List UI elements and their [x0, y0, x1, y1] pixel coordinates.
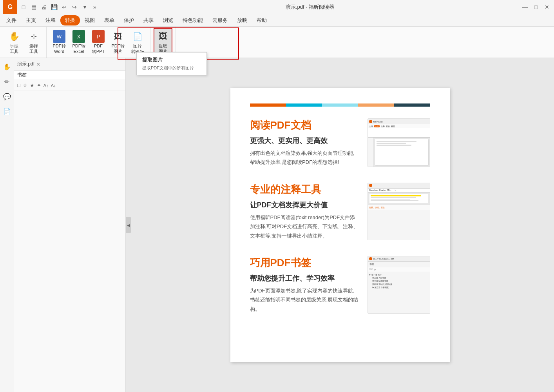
- pdf-to-ppt-label: PDF转PPT: [92, 44, 105, 54]
- pdf-section-3-image: 员工手册_20120917.pdf 书签 □□☆ ▼ 第一章 简介 第二章 入职…: [368, 256, 430, 314]
- hand-tool-button[interactable]: ✋ 手型工具: [5, 29, 24, 55]
- sidebar-comment-icon[interactable]: 💬: [2, 91, 13, 102]
- mini-menu-file: 文件: [369, 125, 373, 127]
- panel-tab-bar: 演示.pdf ✕: [14, 58, 125, 71]
- more-icon[interactable]: ▾: [81, 3, 89, 11]
- extra-icon[interactable]: »: [91, 3, 99, 11]
- pdf-to-image-label: PDF转图片: [112, 44, 125, 54]
- pdf-to-excel-button[interactable]: X PDF转Excel: [69, 29, 88, 55]
- mini-page-1: [375, 139, 428, 165]
- menu-file[interactable]: 文件: [2, 15, 21, 25]
- pdf-section-2-text: 专业的注释工具 让PDF文档发挥更大价值 使用福昕PDF阅读器(foxit re…: [250, 183, 360, 240]
- pdf-to-ppt-button[interactable]: P PDF转PPT: [89, 29, 108, 55]
- menu-view[interactable]: 视图: [80, 15, 100, 25]
- hand-icon: ✋: [8, 30, 20, 43]
- pdf-section-2-image: Datasheet_Reader_CN... ✕: [368, 183, 430, 240]
- panel-tab-filename: 演示.pdf ✕: [17, 61, 41, 67]
- pdf-to-word-icon: W: [53, 30, 65, 43]
- top-bar-seg-1: [250, 103, 286, 107]
- mini-titlebar-3: 员工手册_20120917.pdf: [368, 256, 430, 262]
- sidebar-hand-icon[interactable]: ✋: [2, 61, 13, 72]
- sidebar-edit-icon[interactable]: ✏: [2, 76, 13, 87]
- bookmark-tool-2[interactable]: ☆: [23, 82, 27, 88]
- ribbon-toolbar: ✋ 手型工具 ⊹ 选择工具 W PDF转Word X PDF转Excel P P…: [0, 27, 554, 58]
- hand-tool-label: 手型工具: [10, 44, 18, 54]
- panel-file-bar: 书签: [14, 71, 125, 80]
- menu-help[interactable]: 帮助: [252, 15, 272, 25]
- pdf-section-1: 阅读PDF文档 更强大、更实用、更高效 拥有出色的文档渲染效果,强大的页面管理功…: [250, 118, 430, 167]
- mini-ribbon-1: [368, 128, 430, 138]
- mini-body-1: [368, 138, 430, 167]
- menu-convert[interactable]: 转换: [60, 15, 80, 25]
- sidebar-page-icon[interactable]: 📄: [2, 106, 13, 117]
- panel-content: [14, 91, 125, 392]
- main-area: ✋ ✏ 💬 📄 演示.pdf ✕ 书签 □ ☆ ★ ✦ A↑ A↓ ◀: [0, 58, 554, 392]
- menu-browse[interactable]: 浏览: [158, 15, 178, 25]
- mini-titlebar-1: 福昕阅读器: [368, 119, 430, 124]
- new-icon[interactable]: □: [20, 3, 27, 11]
- pdf-section-3-body: 为PDF页面添加书签,除了实现内容的快速导航,书签还能指明不同书签的层级关系,展…: [250, 286, 360, 314]
- pdf-top-bar: [250, 103, 430, 107]
- ribbon-group-tools: ✋ 手型工具 ⊹ 选择工具: [2, 27, 47, 58]
- select-icon: ⊹: [27, 30, 40, 43]
- open-icon[interactable]: ▤: [30, 3, 38, 11]
- tooltip-title: 提取图片: [142, 56, 201, 64]
- pdf-to-excel-icon: X: [72, 30, 85, 43]
- image-to-pdf-button[interactable]: 📄 图片转PDF: [128, 29, 147, 55]
- pdf-to-word-button[interactable]: W PDF转Word: [50, 29, 69, 55]
- top-bar-seg-4: [358, 103, 394, 107]
- select-tool-button[interactable]: ⊹ 选择工具: [24, 29, 43, 55]
- print-icon[interactable]: 🖨: [40, 3, 48, 11]
- top-bar-seg-3: [322, 103, 358, 107]
- pdf-section-1-text: 阅读PDF文档 更强大、更实用、更高效 拥有出色的文档渲染效果,强大的页面管理功…: [250, 118, 360, 167]
- menu-annotate[interactable]: 注释: [41, 15, 60, 25]
- menu-cloud[interactable]: 云服务: [208, 15, 232, 25]
- mini-logo-2: [369, 184, 372, 187]
- window-controls: — □ ✕: [521, 3, 551, 11]
- mini-tab-2: Datasheet_Reader_CN... ✕: [368, 189, 430, 192]
- panel-close-button[interactable]: ✕: [36, 61, 41, 67]
- pdf-to-ppt-icon: P: [92, 30, 105, 43]
- pdf-section-1-title: 阅读PDF文档: [250, 118, 360, 132]
- menu-play[interactable]: 放映: [232, 15, 252, 25]
- title-bar: G □ ▤ 🖨 💾 ↩ ↪ ▾ » 演示.pdf - 福昕阅读器 — □ ✕: [0, 0, 554, 14]
- menu-home[interactable]: 主页: [21, 15, 41, 25]
- menu-bar: 文件 主页 注释 转换 视图 表单 保护 共享 浏览 特色功能 云服务 放映 帮…: [0, 14, 554, 27]
- redo-icon[interactable]: ↪: [71, 3, 78, 11]
- pdf-section-3-sub: 帮助您提升工作、学习效率: [250, 274, 360, 283]
- mini-menubar-1: 文件 主页 注释 转换 视图: [368, 124, 430, 128]
- menu-protect[interactable]: 保护: [119, 15, 139, 25]
- menu-form[interactable]: 表单: [100, 15, 119, 25]
- collapse-panel-button[interactable]: ◀: [126, 217, 131, 233]
- panel-filename: 演示.pdf: [17, 61, 34, 67]
- bookmark-panel: 演示.pdf ✕ 书签 □ ☆ ★ ✦ A↑ A↓: [14, 58, 126, 392]
- mini-app-1: 福昕阅读器 文件 主页 注释 转换 视图: [368, 119, 430, 167]
- tooltip-description: 提取PDF文档中的所有图片: [142, 65, 201, 71]
- undo-icon[interactable]: ↩: [60, 3, 68, 11]
- panel-section-title: 书签: [17, 72, 27, 78]
- menu-special[interactable]: 特色功能: [178, 15, 208, 25]
- title-bar-left: G □ ▤ 🖨 💾 ↩ ↪ ▾ »: [3, 0, 99, 14]
- window-title: 演示.pdf - 福昕阅读器: [286, 4, 334, 11]
- minimize-button[interactable]: —: [521, 3, 529, 11]
- mini-app-3: 员工手册_20120917.pdf 书签 □□☆ ▼ 第一章 简介 第二章 入职…: [368, 256, 430, 313]
- bookmark-tool-6[interactable]: A↓: [51, 83, 56, 88]
- maximize-button[interactable]: □: [532, 3, 540, 11]
- select-tool-label: 选择工具: [29, 44, 38, 54]
- close-button[interactable]: ✕: [543, 3, 551, 11]
- image-to-pdf-icon: 📄: [131, 30, 144, 43]
- pdf-to-image-icon: 🖼: [112, 30, 124, 43]
- pdf-to-word-label: PDF转Word: [53, 44, 66, 54]
- mini-app-2: Datasheet_Reader_CN... ✕: [368, 183, 430, 240]
- top-bar-seg-2: [286, 103, 322, 107]
- bookmark-tool-1[interactable]: □: [17, 82, 20, 88]
- mini-menu-home: 主页: [374, 125, 380, 127]
- save-icon[interactable]: 💾: [50, 3, 58, 11]
- content-area: ◀ 阅读PDF文档 更强大、更实用、更高效 拥有出色的文档渲染效果,强大的页面管…: [126, 58, 554, 392]
- pdf-to-image-button[interactable]: 🖼 PDF转图片: [109, 29, 127, 55]
- menu-share[interactable]: 共享: [139, 15, 158, 25]
- bookmark-tool-4[interactable]: ✦: [37, 82, 41, 88]
- extract-image-icon: 🖼: [157, 30, 169, 43]
- bookmark-tool-5[interactable]: A↑: [43, 83, 49, 88]
- bookmark-tool-3[interactable]: ★: [30, 82, 34, 88]
